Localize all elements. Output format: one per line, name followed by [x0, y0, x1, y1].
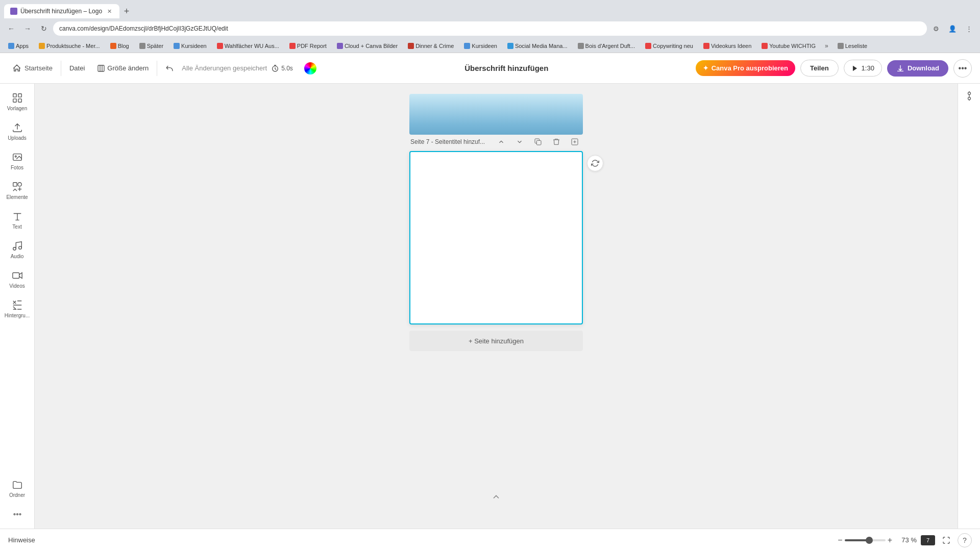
share-label: Teilen [810, 64, 829, 72]
bookmark-cloud[interactable]: Cloud + Canva Bilder [333, 42, 402, 50]
right-panel [958, 84, 980, 529]
bookmark-später[interactable]: Später [135, 42, 167, 50]
bookmark-label: Kursideen [472, 43, 497, 49]
bookmark-social[interactable]: Social Media Mana... [503, 42, 572, 50]
app-container: Startseite Datei Größe ändern [0, 53, 980, 551]
sidebar-item-vorlagen[interactable]: Vorlagen [2, 88, 33, 115]
page-count-button[interactable]: 7 [921, 535, 935, 545]
svg-rect-9 [13, 183, 16, 186]
download-button[interactable]: Download [887, 60, 948, 77]
zoom-slider[interactable] [845, 539, 886, 541]
sidebar-label-videos: Videos [9, 283, 24, 289]
right-panel-settings-button[interactable] [961, 88, 977, 104]
sidebar-label-vorlagen: Vorlagen [7, 106, 27, 111]
active-tab[interactable]: Überschrift hinzufügen – Logo ✕ [4, 4, 119, 18]
page-count: 7 [926, 537, 929, 543]
home-icon [12, 64, 21, 73]
tab-close-button[interactable]: ✕ [105, 7, 113, 15]
svg-rect-13 [12, 273, 19, 279]
zoom-slider-thumb[interactable] [866, 537, 873, 544]
bookmark-pdf[interactable]: PDF Report [285, 42, 331, 50]
account-button[interactable]: 👤 [945, 21, 960, 36]
canva-pro-button[interactable]: ✦ Canva Pro ausprobieren [696, 60, 795, 76]
scroll-up-hint[interactable] [491, 492, 501, 504]
page-expand-down-button[interactable] [512, 135, 527, 149]
add-page-button[interactable]: + Seite hinzufügen [409, 331, 583, 351]
sidebar-label-ordner: Ordner [9, 492, 25, 498]
sidebar-item-ordner[interactable]: Ordner [2, 474, 33, 502]
file-menu-button[interactable]: Datei [65, 62, 89, 74]
more-options-button[interactable]: ••• [953, 59, 972, 78]
zoom-in-button[interactable]: + [888, 536, 892, 545]
zoom-out-button[interactable]: − [838, 536, 842, 545]
bookmarks-more[interactable]: » [822, 41, 831, 51]
browser-menu-button[interactable]: ⋮ [962, 21, 976, 36]
canva-pro-label: Canva Pro ausprobieren [712, 64, 788, 72]
sidebar-item-videos[interactable]: Videos [2, 265, 33, 293]
forward-button[interactable]: → [20, 21, 35, 36]
page-duplicate-button[interactable] [531, 135, 545, 149]
undo-button[interactable] [161, 62, 178, 74]
bookmark-label: Blog [118, 43, 129, 49]
sidebar-item-hintergrund[interactable]: Hintergru... [2, 295, 33, 322]
resize-button[interactable]: Größe ändern [93, 62, 153, 74]
bookmark-label: Produktsuche - Mer... [46, 43, 100, 49]
bookmark-produktsuche[interactable]: Produktsuche - Mer... [35, 42, 104, 50]
sidebar-item-fotos[interactable]: Fotos [2, 147, 33, 174]
refresh-button[interactable] [587, 155, 603, 171]
extensions-button[interactable]: ⚙ [929, 21, 943, 36]
elements-icon [11, 181, 23, 193]
bookmark-kursideen2[interactable]: Kursideen [460, 42, 501, 50]
bookmark-leseliste[interactable]: Leseliste [834, 42, 871, 50]
bookmark-youtube[interactable]: Youtube WICHTIG [757, 42, 820, 50]
address-input[interactable]: canva.com/design/DAEdomzscjl/drBfjHdCojl… [53, 21, 927, 36]
refresh-button[interactable]: ↻ [37, 21, 51, 36]
bookmark-copywriting[interactable]: Copywriting neu [641, 42, 697, 50]
bookmark-blog[interactable]: Blog [106, 42, 133, 50]
sidebar-item-uploads[interactable]: Uploads [2, 117, 33, 145]
fullscreen-button[interactable] [939, 533, 953, 547]
sidebar-item-audio[interactable]: Audio [2, 236, 33, 263]
new-tab-button[interactable]: + [119, 4, 134, 18]
sidebar-item-more[interactable] [2, 504, 33, 524]
bookmark-videokurs[interactable]: Videokurs Ideen [699, 42, 755, 50]
page-collapse-up-button[interactable] [494, 135, 508, 149]
share-button[interactable]: Teilen [800, 60, 839, 77]
present-button[interactable]: 1:30 [844, 60, 882, 77]
background-icon [11, 299, 23, 311]
bookmark-label: Dinner & Crime [415, 43, 454, 49]
download-icon [896, 64, 904, 72]
canvas-page[interactable] [409, 151, 583, 324]
bookmark-label: PDF Report [297, 43, 327, 49]
toolbar-divider [61, 61, 61, 76]
bookmark-bois[interactable]: Bois d'Argent Duft... [574, 42, 639, 50]
color-palette-button[interactable] [303, 61, 317, 76]
more-icon: ••• [959, 64, 967, 73]
home-button[interactable]: Startseite [8, 62, 57, 75]
play-icon [851, 65, 859, 72]
sidebar-item-elemente[interactable]: Elemente [2, 177, 33, 204]
canvas-area[interactable]: Seite 7 - Seitentitel hinzuf... [35, 84, 958, 529]
zoom-percent[interactable]: 73 % [896, 536, 917, 544]
zoom-controls: − + 73 % 7 ? [838, 533, 972, 547]
toolbar-divider-2 [157, 61, 157, 76]
address-text: canva.com/design/DAEdomzscjl/drBfjHdCojl… [59, 25, 228, 32]
timer-display: 5.0s [271, 64, 293, 72]
tab-title: Überschrift hinzufügen – Logo [20, 8, 102, 15]
back-button[interactable]: ← [4, 21, 18, 36]
bookmark-dinner[interactable]: Dinner & Crime [404, 42, 458, 50]
help-button[interactable]: ? [958, 533, 972, 547]
sidebar-item-text[interactable]: Text [2, 206, 33, 234]
bookmark-apps[interactable]: Apps [4, 42, 33, 50]
page-add-button[interactable] [568, 135, 582, 149]
svg-marker-2 [852, 65, 856, 71]
bookmark-wahlfächer[interactable]: Wahlfächer WU Aus... [213, 42, 283, 50]
saved-status: Alle Änderungen gespeichert [182, 64, 267, 72]
bookmark-kursideen1[interactable]: Kursideen [169, 42, 211, 50]
page-above [409, 94, 583, 135]
page-delete-button[interactable] [549, 135, 564, 149]
svg-point-16 [19, 514, 21, 515]
timer-icon [271, 64, 279, 72]
grid-icon [11, 92, 23, 104]
bookmark-label: Bois d'Argent Duft... [585, 43, 635, 49]
